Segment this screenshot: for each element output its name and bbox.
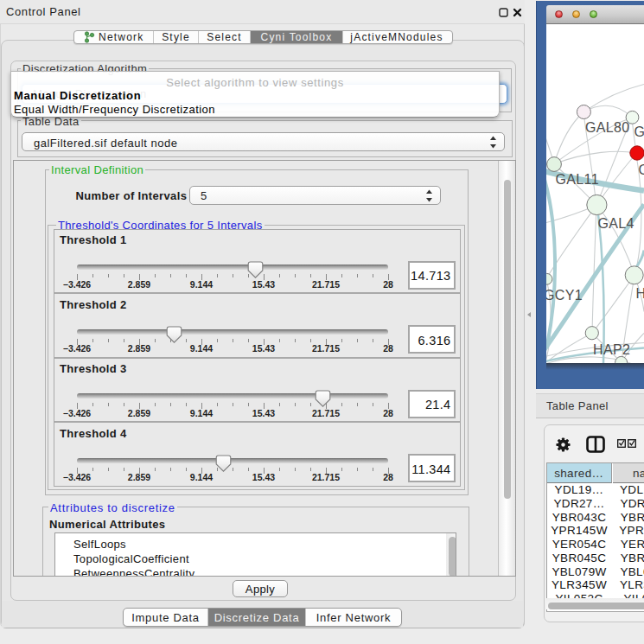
svg-text:C.: C. — [639, 163, 644, 177]
svg-text:H: H — [636, 286, 644, 301]
svg-text:HAP2: HAP2 — [593, 341, 630, 356]
svg-text:GCY1: GCY1 — [546, 287, 583, 302]
svg-text:G..: G.. — [634, 124, 644, 139]
svg-text:GAL80: GAL80 — [585, 119, 630, 134]
svg-text:GAL11: GAL11 — [556, 172, 599, 187]
svg-text:GAL4: GAL4 — [598, 215, 634, 230]
